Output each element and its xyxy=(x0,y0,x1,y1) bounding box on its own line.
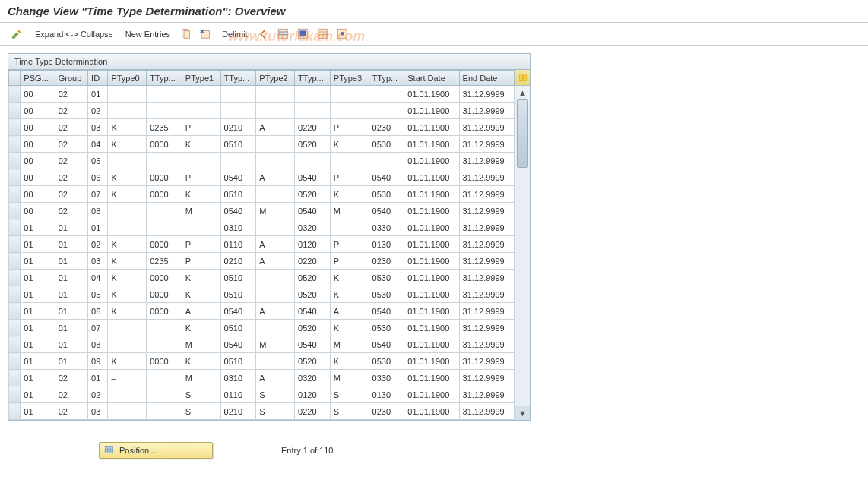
row-selector[interactable] xyxy=(9,86,21,103)
cell[interactable]: 0120 xyxy=(295,236,331,253)
cell[interactable] xyxy=(108,320,147,336)
cell[interactable]: 0510 xyxy=(220,270,256,286)
cell[interactable]: 0540 xyxy=(220,336,256,353)
cell[interactable]: 0520 xyxy=(295,353,331,370)
cell[interactable]: 0540 xyxy=(369,203,404,219)
cell[interactable]: 01.01.1900 xyxy=(404,219,459,236)
cell[interactable]: K xyxy=(108,169,147,186)
table-row[interactable]: 00020201.01.190031.12.9999 xyxy=(9,103,515,119)
cell[interactable] xyxy=(147,219,182,236)
table-row[interactable]: 00020501.01.190031.12.9999 xyxy=(9,153,515,169)
cell[interactable]: 00 xyxy=(21,103,55,119)
column-header[interactable]: PType2 xyxy=(256,71,295,86)
cell[interactable]: M xyxy=(256,336,295,353)
cell[interactable]: 01 xyxy=(21,386,55,403)
select-all-icon[interactable] xyxy=(277,27,290,41)
config-icon[interactable] xyxy=(336,27,350,41)
cell[interactable]: A xyxy=(256,169,295,186)
cell[interactable]: K xyxy=(108,236,147,253)
cell[interactable]: 0310 xyxy=(220,219,256,236)
table-row[interactable]: 010103K0235P0210A0220P023001.01.190031.1… xyxy=(9,253,515,270)
cell[interactable]: 02 xyxy=(55,169,87,186)
cell[interactable]: 0530 xyxy=(369,136,404,153)
cell[interactable]: K xyxy=(330,270,369,286)
cell[interactable]: M xyxy=(330,203,369,219)
table-row[interactable]: 00020101.01.190031.12.9999 xyxy=(9,86,515,103)
cell[interactable]: 0520 xyxy=(295,320,331,336)
cell[interactable]: A xyxy=(256,370,295,386)
cell[interactable]: P xyxy=(182,236,220,253)
cell[interactable]: 0520 xyxy=(295,270,331,286)
cell[interactable]: 0520 xyxy=(295,136,331,153)
cell[interactable] xyxy=(256,86,295,103)
cell[interactable]: 01 xyxy=(55,219,87,236)
cell[interactable]: 02 xyxy=(88,236,108,253)
table-row[interactable]: 000208M0540M0540M054001.01.190031.12.999… xyxy=(9,203,515,219)
cell[interactable] xyxy=(108,219,147,236)
cell[interactable]: P xyxy=(182,253,220,270)
cell[interactable]: 01.01.1900 xyxy=(404,186,459,203)
row-selector[interactable] xyxy=(9,353,21,370)
cell[interactable] xyxy=(330,153,369,169)
cell[interactable]: 01.01.1900 xyxy=(404,320,459,336)
cell[interactable]: S xyxy=(330,386,369,403)
cell[interactable]: 0530 xyxy=(369,286,404,303)
cell[interactable]: 01 xyxy=(55,236,87,253)
row-selector[interactable] xyxy=(9,303,21,320)
table-row[interactable]: 000206K0000P0540A0540P054001.01.190031.1… xyxy=(9,169,515,186)
cell[interactable]: 0530 xyxy=(369,270,404,286)
cell[interactable] xyxy=(147,203,182,219)
cell[interactable]: 0530 xyxy=(369,320,404,336)
table-row[interactable]: 010102K0000P0110A0120P013001.01.190031.1… xyxy=(9,236,515,253)
cell[interactable]: 31.12.9999 xyxy=(459,270,514,286)
cell[interactable]: 0130 xyxy=(369,236,404,253)
delimit-button[interactable]: Delimit xyxy=(219,28,251,40)
cell[interactable] xyxy=(256,153,295,169)
expand-collapse-button[interactable]: Expand <-> Collapse xyxy=(32,28,116,40)
cell[interactable]: 09 xyxy=(88,353,108,370)
cell[interactable]: 0510 xyxy=(220,286,256,303)
column-header[interactable]: TTyp... xyxy=(369,71,404,86)
cell[interactable]: 02 xyxy=(88,386,108,403)
cell[interactable]: 31.12.9999 xyxy=(459,203,514,219)
cell[interactable]: 0510 xyxy=(220,186,256,203)
cell[interactable] xyxy=(256,353,295,370)
cell[interactable]: S xyxy=(182,403,220,420)
cell[interactable]: 0220 xyxy=(295,119,331,136)
scroll-thumb[interactable] xyxy=(517,99,528,168)
cell[interactable]: 02 xyxy=(55,386,87,403)
cell[interactable]: 01 xyxy=(88,219,108,236)
cell[interactable]: 08 xyxy=(88,203,108,219)
row-selector[interactable] xyxy=(9,370,21,386)
cell[interactable]: 31.12.9999 xyxy=(459,103,514,119)
cell[interactable]: A xyxy=(256,303,295,320)
cell[interactable]: 31.12.9999 xyxy=(459,303,514,320)
cell[interactable]: 0000 xyxy=(147,270,182,286)
cell[interactable]: 01 xyxy=(55,253,87,270)
table-row[interactable]: 010106K0000A0540A0540A054001.01.190031.1… xyxy=(9,303,515,320)
cell[interactable]: K xyxy=(182,353,220,370)
row-selector[interactable] xyxy=(9,136,21,153)
cell[interactable] xyxy=(108,153,147,169)
cell[interactable] xyxy=(182,219,220,236)
cell[interactable]: 00 xyxy=(21,153,55,169)
scroll-track[interactable] xyxy=(515,99,530,406)
cell[interactable]: 31.12.9999 xyxy=(459,320,514,336)
position-button[interactable]: Position... xyxy=(99,442,213,459)
data-grid[interactable]: PSG...GroupIDPType0TTyp...PType1TTyp...P… xyxy=(8,70,515,420)
cell[interactable]: 02 xyxy=(55,203,87,219)
cell[interactable]: K xyxy=(182,320,220,336)
cell[interactable]: 0000 xyxy=(147,353,182,370)
cell[interactable]: K xyxy=(108,136,147,153)
cell[interactable]: 0130 xyxy=(369,386,404,403)
cell[interactable]: 00 xyxy=(21,86,55,103)
cell[interactable]: 02 xyxy=(55,103,87,119)
cell[interactable]: 01 xyxy=(21,236,55,253)
cell[interactable]: P xyxy=(330,169,369,186)
row-selector[interactable] xyxy=(9,186,21,203)
cell[interactable] xyxy=(147,370,182,386)
cell[interactable]: 0220 xyxy=(295,403,331,420)
cell[interactable] xyxy=(182,103,220,119)
cell[interactable]: K xyxy=(330,136,369,153)
cell[interactable]: M xyxy=(256,203,295,219)
